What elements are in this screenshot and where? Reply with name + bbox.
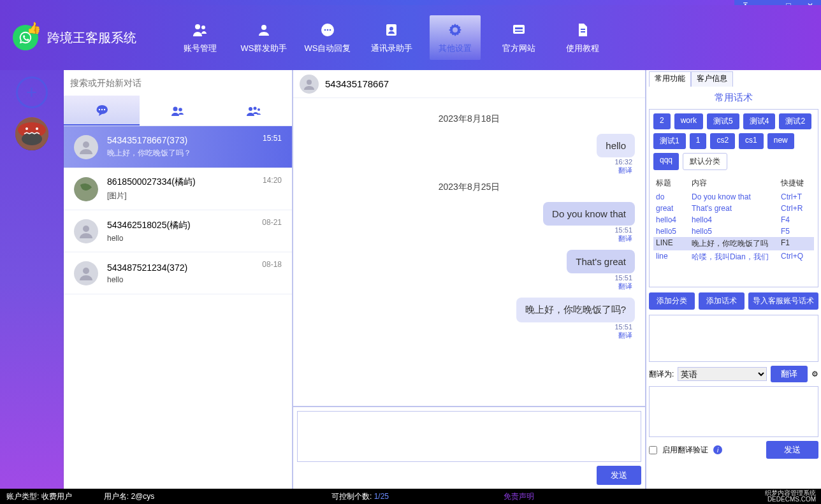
contact-item[interactable]: 8618500027334(橘屿)[图片]14:20 (64, 168, 292, 210)
avatar (74, 177, 98, 201)
translate-link[interactable]: 翻译 (618, 331, 632, 340)
category-tag[interactable]: 默认分类 (683, 153, 727, 170)
category-tag[interactable]: 测试5 (707, 113, 739, 129)
category-tag[interactable]: cs1 (739, 133, 764, 149)
contact-preview: hello (107, 275, 282, 284)
tab-group-chats[interactable] (140, 96, 215, 126)
category-tag[interactable]: 2 (653, 113, 671, 129)
chat-panel: 543435178667 2023年8月18日hello16:32翻译2023年… (293, 70, 646, 489)
category-tag[interactable]: cs2 (710, 133, 735, 149)
script-row[interactable]: doDo you know thatCtrl+T (653, 191, 814, 203)
svg-point-29 (83, 226, 89, 232)
nav-ws-bulk[interactable]: WS群发助手 (238, 15, 289, 60)
account-type-label: 账户类型: (6, 492, 39, 501)
username-value: 2@cys (131, 492, 154, 501)
svg-point-25 (254, 106, 257, 110)
message-time: 15:51 (614, 226, 632, 234)
chat-input[interactable] (297, 411, 641, 462)
svg-point-8 (389, 27, 393, 31)
contact-name: 543487521234(372) (107, 263, 282, 273)
add-button[interactable]: + (16, 76, 48, 108)
script-row[interactable]: hello5hello5F5 (653, 226, 814, 237)
avatar (74, 135, 98, 159)
app-title: 跨境王客服系统 (47, 29, 136, 47)
script-row[interactable]: line哈喽，我叫Dian，我们Ctrl+Q (653, 250, 814, 264)
gear-icon (446, 21, 464, 39)
nav-ws-auto-reply[interactable]: WS自动回复 (302, 15, 353, 60)
category-tag[interactable]: 测试4 (743, 113, 776, 129)
chat-peer-title: 543435178667 (325, 78, 389, 89)
contact-name: 8618500027334(橘屿) (107, 176, 282, 188)
rp-tab-customer-info[interactable]: 客户信息 (691, 71, 733, 87)
message-bubble: That's great (567, 250, 635, 273)
add-script-button[interactable]: 添加话术 (699, 292, 745, 310)
info-icon[interactable]: i (713, 445, 722, 454)
svg-point-0 (195, 24, 200, 29)
chat-send-button[interactable]: 发送 (597, 466, 641, 485)
translate-link[interactable]: 翻译 (618, 234, 632, 243)
svg-point-24 (249, 107, 252, 111)
contact-time: 15:51 (263, 134, 282, 143)
category-tag[interactable]: 测试2 (779, 113, 811, 129)
message: hello16:32翻译 (303, 134, 635, 175)
message-bubble: hello (597, 134, 635, 157)
svg-point-30 (83, 268, 89, 274)
script-row[interactable]: hello4hello4F4 (653, 214, 814, 226)
script-row[interactable]: greatThat's greatCtrl+R (653, 203, 814, 214)
date-divider: 2023年8月25日 (303, 182, 635, 193)
contact-item[interactable]: 543435178667(373)晚上好，你吃晚饭了吗？15:51 (64, 126, 292, 168)
category-tag[interactable]: 测试1 (653, 133, 686, 149)
import-scripts-button[interactable]: 导入客服账号话术 (748, 292, 818, 310)
contact-preview: [图片] (107, 191, 282, 201)
script-row[interactable]: LINE晚上好，你吃晚饭了吗F1 (653, 237, 814, 250)
translate-to-label: 翻译为: (649, 369, 674, 380)
tab-direct-chats[interactable] (64, 96, 140, 126)
globe-icon (510, 21, 528, 39)
category-tag[interactable]: work (674, 113, 703, 129)
enable-translate-verify-checkbox[interactable] (649, 446, 657, 454)
disclaimer-link[interactable]: 免责声明 (504, 491, 534, 502)
translate-button[interactable]: 翻译 (771, 366, 808, 382)
users-icon (191, 21, 209, 39)
contact-name: 543435178667(373) (107, 135, 282, 145)
category-tag[interactable]: 1 (690, 133, 707, 149)
script-content-input[interactable] (649, 315, 818, 362)
nav-contacts-helper[interactable]: 通讯录助手 (366, 15, 417, 60)
tab-all-contacts[interactable] (216, 96, 292, 126)
contact-time: 08-21 (262, 218, 282, 227)
category-tag[interactable]: qqq (653, 153, 679, 170)
category-tag[interactable]: new (767, 133, 794, 149)
add-category-button[interactable]: 添加分类 (649, 292, 695, 310)
svg-point-5 (327, 29, 329, 31)
current-user-avatar[interactable] (15, 117, 48, 150)
thumbs-up-icon: 👍 (27, 21, 41, 35)
nav-account-manage[interactable]: 账号管理 (175, 15, 226, 60)
message: 晚上好，你吃晚饭了吗?15:51翻译 (303, 298, 635, 340)
message-time: 15:51 (614, 274, 632, 282)
avatar (74, 261, 98, 285)
translate-link[interactable]: 翻译 (618, 282, 632, 291)
translate-lang-select[interactable]: 英语 (678, 367, 767, 381)
contacts-panel: 543435178667(373)晚上好，你吃晚饭了吗？15:518618500… (64, 70, 293, 489)
translate-link[interactable]: 翻译 (618, 166, 632, 175)
group-icon (170, 104, 185, 117)
nav-other-settings[interactable]: 其他设置 (430, 15, 481, 60)
contact-preview: 晚上好，你吃晚饭了吗？ (107, 148, 282, 159)
contact-time: 14:20 (263, 176, 282, 185)
left-rail: + (0, 70, 64, 489)
translate-settings-icon[interactable]: ⚙ (811, 370, 818, 378)
search-input[interactable] (70, 78, 286, 88)
rp-tab-common[interactable]: 常用功能 (649, 71, 691, 87)
user-send-icon (255, 21, 273, 39)
nav-tutorial[interactable]: 使用教程 (557, 15, 608, 60)
svg-rect-10 (515, 27, 523, 29)
svg-point-6 (330, 29, 331, 31)
contact-item[interactable]: 543487521234(372)hello08-18 (64, 252, 292, 294)
nav-official-site[interactable]: 官方网站 (493, 15, 544, 60)
rp-send-button[interactable]: 发送 (766, 441, 818, 459)
main-nav: 账号管理 WS群发助手 WS自动回复 通讯录助手 其他设置 官方网站 (175, 15, 608, 60)
svg-rect-12 (581, 29, 585, 30)
translation-output[interactable] (649, 386, 818, 437)
svg-point-26 (258, 108, 260, 111)
contact-item[interactable]: 543462518025(橘屿)hello08-21 (64, 210, 292, 252)
